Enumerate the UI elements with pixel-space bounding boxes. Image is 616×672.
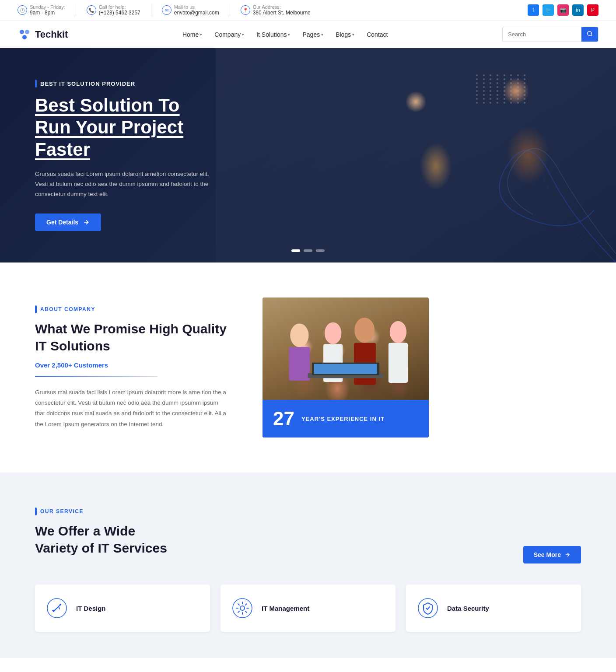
clock-icon: 🕐 [18,5,27,15]
pinterest-icon[interactable]: P [587,4,598,16]
facebook-icon[interactable]: f [528,4,539,16]
nav-contact[interactable]: Contact [367,31,388,38]
slider-dot-3[interactable] [316,249,325,252]
top-bar-info: 🕐 Sunday - Friday: 9am - 8pm 📞 Call for … [18,4,311,17]
nav-home[interactable]: Home ▾ [182,31,202,38]
address-text: Our Address: 380 Albert St. Melbourne [253,4,311,16]
svg-point-12 [390,321,406,343]
hours-text: Sunday - Friday: 9am - 8pm [30,4,65,16]
data-security-label: Data Security [447,605,489,612]
divider-3 [230,4,230,17]
svg-line-4 [591,35,592,36]
hero-description: Grursus suada faci Lorem ipsum dolarorit… [35,169,210,200]
phone-icon: 📞 [87,5,96,15]
about-badge: ABOUT COMPANY [35,305,228,313]
services-title: We Offer a Wide Variety of IT Services [35,522,167,556]
team-photo: 27 YEAR'S EXPERIENCE IN IT [262,298,429,438]
phone-item: 📞 Call for help: (+123) 5462 3257 [87,4,140,16]
search-input[interactable] [503,28,581,41]
logo[interactable]: Techkit [18,28,68,42]
svg-rect-13 [388,343,408,383]
hero-slider-dots [291,249,325,252]
linkedin-icon[interactable]: in [572,4,584,16]
logo-icon [18,28,32,42]
svg-point-0 [20,30,24,34]
svg-point-1 [25,30,29,34]
svg-point-3 [588,32,592,35]
svg-point-10 [354,318,374,343]
hours-item: 🕐 Sunday - Friday: 9am - 8pm [18,4,65,16]
arrow-right-icon [564,552,570,558]
see-more-button[interactable]: See More [523,546,581,564]
hero-decorative-dots: // Generate dots for(let i=0; i<64; i++)… [476,74,528,127]
search-icon [587,31,593,37]
svg-rect-7 [289,347,310,381]
svg-point-8 [325,322,341,344]
address-item: 📍 Our Address: 380 Albert St. Melbourne [241,4,311,16]
svg-point-21 [240,606,245,610]
svg-point-22 [418,598,438,618]
email-item: ✉ Mail to us envato@gmail.com [162,4,219,16]
arrow-right-icon [83,219,90,226]
services-title-group: OUR SERVICE We Offer a Wide Variety of I… [35,508,167,564]
nav-pages[interactable]: Pages ▾ [302,31,323,38]
badge-accent-line [35,80,37,88]
about-content: ABOUT COMPANY What We Promise High Quali… [35,305,228,430]
email-text: Mail to us envato@gmail.com [174,4,219,16]
svg-point-2 [22,35,27,39]
slider-dot-2[interactable] [304,249,312,252]
experience-badge: 27 YEAR'S EXPERIENCE IN IT [262,400,429,438]
svg-rect-16 [314,364,377,374]
badge-accent-line [35,305,37,313]
get-details-button[interactable]: Get Details [35,214,101,231]
header: Techkit Home ▾ Company ▾ It Solutions ▾ … [0,21,616,48]
services-grid: IT Design IT Management Data [35,584,581,632]
hero-swirl-decoration [485,131,616,262]
about-title: What We Promise High Quality IT Solution… [35,320,228,354]
nav-blogs[interactable]: Blogs ▾ [336,31,354,38]
service-card-it-design: IT Design [35,584,210,632]
location-icon: 📍 [241,5,250,15]
nav-company[interactable]: Company ▾ [214,31,244,38]
search-button[interactable] [581,27,598,42]
badge-accent-line [35,508,37,515]
divider-2 [151,4,151,17]
main-nav: Home ▾ Company ▾ It Solutions ▾ Pages ▾ … [182,31,388,38]
it-design-icon [46,597,68,620]
section-divider [35,376,158,377]
about-section: ABOUT COMPANY What We Promise High Quali… [0,262,616,472]
email-icon: ✉ [162,5,172,15]
hero-badge: BEST IT SOLUTION PROVIDER [35,80,210,88]
services-badge: OUR SERVICE [35,508,167,515]
top-bar: 🕐 Sunday - Friday: 9am - 8pm 📞 Call for … [0,0,616,21]
services-header: OUR SERVICE We Offer a Wide Variety of I… [35,508,581,564]
hero-content: BEST IT SOLUTION PROVIDER Best Solution … [0,80,245,231]
divider-1 [76,4,76,17]
svg-point-6 [290,324,308,347]
service-card-it-management: IT Management [220,584,396,632]
chevron-down-icon: ▾ [321,32,323,37]
chevron-down-icon: ▾ [200,32,202,37]
chevron-down-icon: ▾ [352,32,354,37]
data-security-icon [416,597,439,620]
chevron-down-icon: ▾ [242,32,244,37]
svg-point-20 [233,598,252,618]
it-management-label: IT Management [262,605,309,612]
twitter-icon[interactable]: 🐦 [542,4,554,16]
search-box [502,27,598,42]
it-design-label: IT Design [76,605,106,612]
hero-title: Best Solution To Run Your Project Faster [35,94,210,161]
phone-text: Call for help: (+123) 5462 3257 [99,4,140,16]
service-card-data-security: Data Security [406,584,581,632]
customers-text: Over 2,500+ Customers [35,361,228,369]
chevron-down-icon: ▾ [288,32,290,37]
svg-point-19 [60,604,61,606]
about-description: Grursus mal suada faci lisis Lorem ipsum… [35,387,228,430]
nav-it-solutions[interactable]: It Solutions ▾ [256,31,290,38]
instagram-icon[interactable]: 📷 [557,4,569,16]
services-section: OUR SERVICE We Offer a Wide Variety of I… [0,472,616,658]
team-figures [262,298,429,402]
about-image-section: 27 YEAR'S EXPERIENCE IN IT [262,298,429,438]
hero-section: // Generate dots for(let i=0; i<64; i++)… [0,48,616,262]
slider-dot-1[interactable] [291,249,300,252]
